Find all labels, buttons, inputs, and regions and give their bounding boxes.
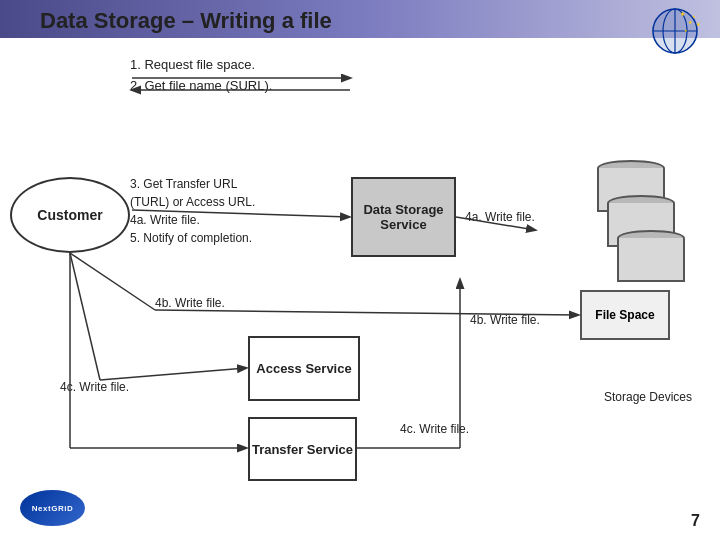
svg-line-16 <box>70 253 100 380</box>
data-storage-service-node: Data Storage Service <box>351 177 456 257</box>
svg-text:★: ★ <box>680 11 685 17</box>
svg-text:★: ★ <box>692 14 696 19</box>
cylinder-front <box>617 230 685 282</box>
label-4c-write-right: 4c. Write file. <box>400 422 469 436</box>
label-4a-write-right: 4a. Write file. <box>465 210 535 224</box>
svg-text:★: ★ <box>696 21 701 27</box>
page-number: 7 <box>691 512 700 530</box>
customer-node: Customer <box>10 177 130 253</box>
svg-text:★: ★ <box>684 28 688 33</box>
nextgrid-logo: NextGRiD <box>20 490 85 526</box>
svg-line-14 <box>70 253 155 310</box>
steps-text: 1. Request file space. 2. Get file name … <box>130 55 272 97</box>
label-4c-write-left: 4c. Write file. <box>60 380 129 394</box>
step2-text: 2. Get file name (SURL). <box>130 76 272 97</box>
step3-text: 3. Get Transfer URL (TURL) or Access URL… <box>130 175 270 247</box>
label-4b-write-right: 4b. Write file. <box>470 313 540 327</box>
file-space-box: File Space <box>580 290 670 340</box>
access-service-node: Access Service <box>248 336 360 401</box>
transfer-service-node: Transfer Service <box>248 417 357 481</box>
label-4b-write-left: 4b. Write file. <box>155 296 225 310</box>
svg-line-17 <box>100 368 246 380</box>
globe-icon: ★ ★ ★ ★ ★ <box>648 4 702 58</box>
step1-text: 1. Request file space. <box>130 55 272 76</box>
arrows-overlay <box>0 0 720 540</box>
page-title: Data Storage – Writing a file <box>40 8 332 34</box>
storage-devices-label: Storage Devices <box>604 390 692 404</box>
